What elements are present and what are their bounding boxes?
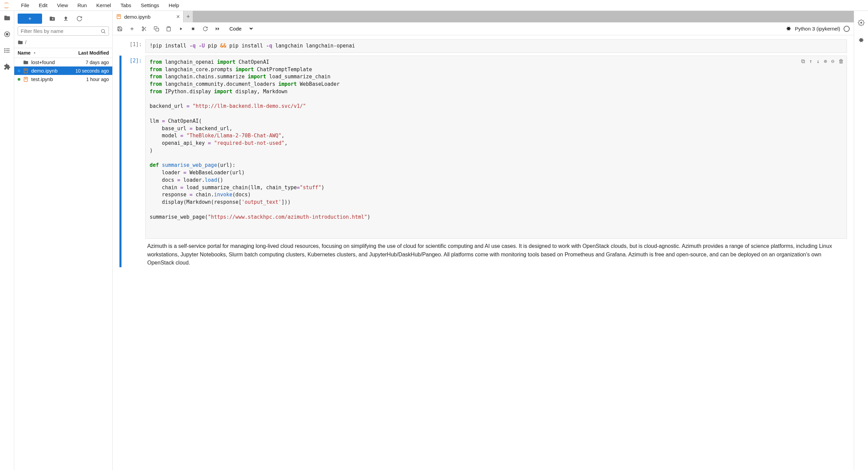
cut-icon[interactable] xyxy=(141,26,147,32)
file-name: demo.ipynb xyxy=(31,68,73,74)
menu-settings[interactable]: Settings xyxy=(136,1,164,9)
svg-point-27 xyxy=(860,22,862,24)
file-list: lost+found7 days agodemo.ipynb10 seconds… xyxy=(14,58,112,470)
menu-help[interactable]: Help xyxy=(164,1,184,9)
header-name[interactable]: Name xyxy=(18,50,78,56)
notebook-toolbar: Code Python 3 (ipykernel) xyxy=(113,22,854,35)
new-launcher-button[interactable] xyxy=(18,14,42,24)
duplicate-icon[interactable]: ⧉ xyxy=(801,57,805,65)
stop-icon[interactable] xyxy=(190,26,196,32)
save-icon[interactable] xyxy=(117,26,123,32)
property-inspector-icon[interactable] xyxy=(857,19,865,26)
file-name: lost+found xyxy=(31,59,83,65)
run-icon[interactable] xyxy=(178,26,184,32)
file-modified: 7 days ago xyxy=(86,60,109,65)
debugger-icon[interactable] xyxy=(786,26,792,32)
menu-tabs[interactable]: Tabs xyxy=(116,1,136,9)
svg-point-20 xyxy=(142,30,144,31)
menu-view[interactable]: View xyxy=(52,1,73,9)
svg-rect-12 xyxy=(25,70,27,71)
paste-icon[interactable] xyxy=(166,26,172,32)
kernel-name[interactable]: Python 3 (ipykernel) xyxy=(795,26,840,32)
delete-cell-icon[interactable]: 🗑 xyxy=(838,57,844,65)
new-folder-icon[interactable] xyxy=(49,15,56,22)
file-row-1[interactable]: demo.ipynb10 seconds ago xyxy=(14,66,112,75)
insert-below-icon[interactable]: ⊖ xyxy=(831,57,834,65)
file-name: test.ipynb xyxy=(31,76,83,82)
file-filter[interactable] xyxy=(18,26,109,36)
svg-rect-1 xyxy=(6,34,8,35)
restart-icon[interactable] xyxy=(202,26,208,32)
svg-rect-14 xyxy=(25,78,27,78)
menu-file[interactable]: File xyxy=(16,1,34,9)
file-browser: / Name Last Modified lost+found7 days ag… xyxy=(14,11,113,470)
svg-rect-26 xyxy=(192,27,194,30)
file-filter-input[interactable] xyxy=(21,28,100,34)
file-modified: 10 seconds ago xyxy=(75,68,109,74)
close-icon[interactable]: × xyxy=(176,13,180,20)
cell-2[interactable]: [2]: from langchain_openai import ChatOp… xyxy=(119,55,847,268)
folder-icon[interactable] xyxy=(3,14,11,22)
svg-rect-25 xyxy=(168,26,169,27)
move-down-icon[interactable]: ↓ xyxy=(816,57,820,65)
status-dot xyxy=(18,70,20,72)
file-list-header: Name Last Modified xyxy=(14,48,112,58)
svg-point-6 xyxy=(4,50,5,51)
tab-label: demo.ipynb xyxy=(124,14,151,20)
right-rail xyxy=(854,11,868,470)
add-tab-button[interactable]: + xyxy=(184,11,193,22)
svg-point-5 xyxy=(4,48,5,49)
running-icon[interactable] xyxy=(3,31,11,38)
svg-point-7 xyxy=(4,52,5,53)
menu-kernel[interactable]: Kernel xyxy=(92,1,116,9)
file-row-0[interactable]: lost+found7 days ago xyxy=(14,58,112,66)
refresh-icon[interactable] xyxy=(76,15,83,22)
cell-type-select[interactable]: Code xyxy=(227,25,254,33)
svg-rect-11 xyxy=(25,70,27,70)
copy-icon[interactable] xyxy=(153,26,159,32)
work-area: demo.ipynb × + Code xyxy=(113,11,854,470)
sort-up-icon xyxy=(33,51,37,55)
cell-2-code[interactable]: from langchain_openai import ChatOpenAI … xyxy=(145,56,847,239)
status-dot xyxy=(18,78,20,81)
svg-point-19 xyxy=(142,27,144,28)
breadcrumb-root[interactable]: / xyxy=(25,40,26,45)
svg-rect-17 xyxy=(118,15,120,16)
svg-rect-24 xyxy=(156,28,159,31)
breadcrumb[interactable]: / xyxy=(14,38,112,48)
move-up-icon[interactable]: ↑ xyxy=(809,57,812,65)
cell-1[interactable]: [1]: !pip install -q -U pip && pip insta… xyxy=(119,39,847,54)
jupyter-logo xyxy=(3,2,10,9)
cell-2-prompt: [2]: xyxy=(121,56,145,64)
svg-rect-15 xyxy=(25,79,27,79)
menu-edit[interactable]: Edit xyxy=(34,1,52,9)
cell-mini-toolbar: ⧉ ↑ ↓ ⊕ ⊖ 🗑 xyxy=(801,57,844,65)
tab-bar: demo.ipynb × + xyxy=(113,11,854,22)
menu-run[interactable]: Run xyxy=(73,1,92,9)
svg-point-8 xyxy=(101,29,105,32)
svg-line-9 xyxy=(104,32,105,33)
cell-2-output: Azimuth is a self-service portal for man… xyxy=(147,239,847,267)
menubar: FileEditViewRunKernelTabsSettingsHelp xyxy=(0,0,868,11)
search-icon xyxy=(100,28,106,34)
tab-demo[interactable]: demo.ipynb × xyxy=(113,11,184,22)
kernel-info: Python 3 (ipykernel) xyxy=(786,26,850,32)
add-cell-icon[interactable] xyxy=(129,26,135,32)
toc-icon[interactable] xyxy=(3,47,11,54)
svg-rect-18 xyxy=(118,16,120,17)
cell-1-prompt: [1]: xyxy=(121,39,145,47)
run-all-icon[interactable] xyxy=(214,26,221,32)
extensions-icon[interactable] xyxy=(3,63,11,71)
header-modified[interactable]: Last Modified xyxy=(78,50,109,56)
cell-1-code[interactable]: !pip install -q -U pip && pip install -q… xyxy=(145,39,847,53)
svg-line-23 xyxy=(143,28,144,29)
insert-above-icon[interactable]: ⊕ xyxy=(824,57,827,65)
file-modified: 1 hour ago xyxy=(86,77,109,82)
file-row-2[interactable]: test.ipynb1 hour ago xyxy=(14,75,112,83)
upload-icon[interactable] xyxy=(62,15,69,22)
debugger-panel-icon[interactable] xyxy=(857,37,865,44)
kernel-status-icon xyxy=(844,26,850,32)
file-browser-toolbar xyxy=(14,11,112,26)
notebook-body: [1]: !pip install -q -U pip && pip insta… xyxy=(113,35,854,470)
left-rail xyxy=(0,11,14,470)
